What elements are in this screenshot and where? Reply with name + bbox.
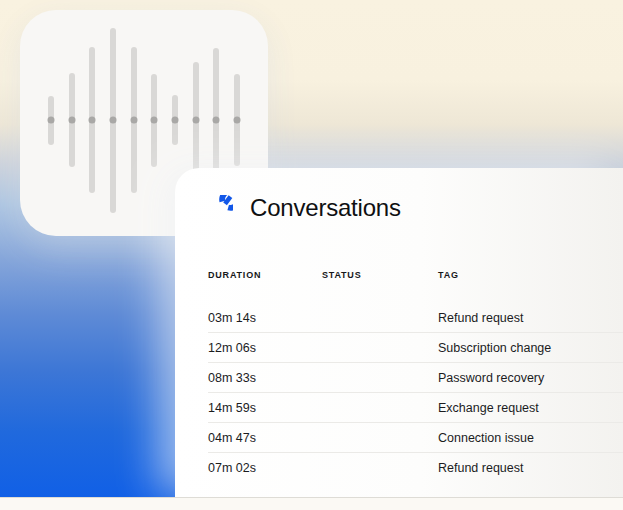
column-header-tag: TAG <box>438 270 623 280</box>
waveform-bar <box>48 96 54 145</box>
waveform-bar <box>131 47 137 193</box>
duration-cell: 07m 02s <box>208 461 322 475</box>
conversations-card: Conversations DURATION STATUS TAG 03m 14… <box>175 168 623 497</box>
tag-cell: Password recovery <box>438 371 623 385</box>
waveform-bar <box>110 28 116 213</box>
waveform-bar <box>234 74 240 166</box>
table-row[interactable]: 14m 59s Exchange request <box>208 393 623 423</box>
column-header-status: STATUS <box>322 270 438 280</box>
duration-cell: 03m 14s <box>208 311 322 325</box>
table-row[interactable]: 04m 47s Connection issue <box>208 423 623 453</box>
duration-cell: 08m 33s <box>208 371 322 385</box>
tag-cell: Refund request <box>438 461 623 475</box>
table-row[interactable]: 08m 33s Password recovery <box>208 363 623 393</box>
tag-cell: Refund request <box>438 311 623 325</box>
waveform-bar <box>89 47 95 193</box>
waveform-bar <box>151 74 157 167</box>
tag-cell: Exchange request <box>438 401 623 415</box>
table-row[interactable]: 03m 14s Refund request <box>208 303 623 333</box>
conversations-header: Conversations <box>208 194 401 222</box>
conversations-table: 03m 14s Refund request 12m 06s Subscript… <box>208 303 623 483</box>
waveform-bar <box>193 62 199 178</box>
column-header-duration: DURATION <box>208 270 322 280</box>
tag-cell: Connection issue <box>438 431 623 445</box>
page-bottom-strip <box>0 497 623 510</box>
table-row[interactable]: 12m 06s Subscription change <box>208 333 623 363</box>
duration-cell: 14m 59s <box>208 401 322 415</box>
duration-cell: 04m 47s <box>208 431 322 445</box>
page-title: Conversations <box>250 194 401 222</box>
screenshot-stage: Conversations DURATION STATUS TAG 03m 14… <box>0 0 623 510</box>
waveform-bar <box>172 95 178 145</box>
tag-cell: Subscription change <box>438 341 623 355</box>
table-header-row: DURATION STATUS TAG <box>208 270 623 280</box>
conversations-logo-icon <box>208 195 233 222</box>
duration-cell: 12m 06s <box>208 341 322 355</box>
waveform-bar <box>69 73 75 167</box>
table-row[interactable]: 07m 02s Refund request <box>208 453 623 483</box>
